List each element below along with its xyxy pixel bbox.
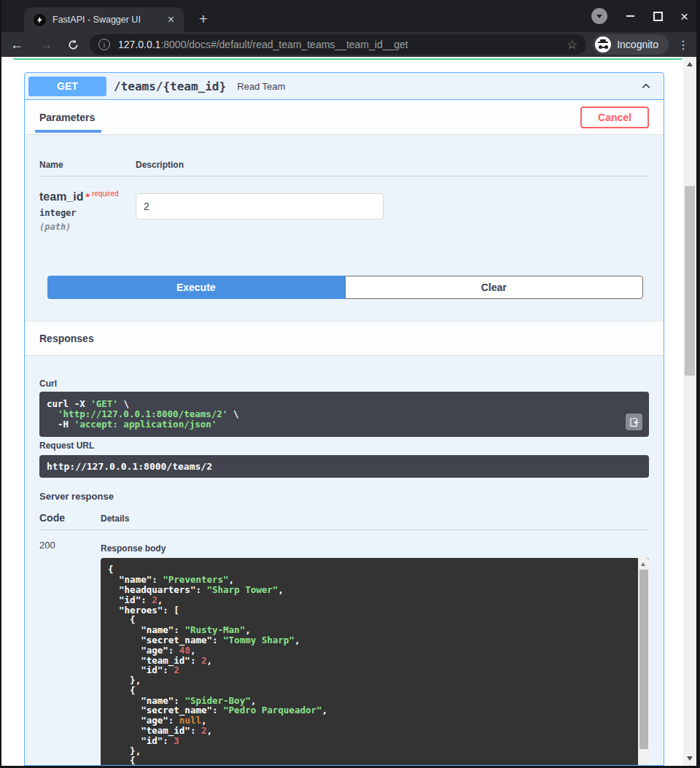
window-close-button[interactable]: × — [680, 9, 688, 23]
browser-menu-button[interactable]: ⋮ — [677, 38, 689, 52]
collapse-chevron-icon[interactable] — [640, 80, 652, 92]
incognito-icon — [595, 36, 611, 53]
name-column-header: Name — [39, 160, 136, 170]
execute-wrapper: Execute Clear — [47, 276, 643, 299]
window-right-edge — [696, 0, 700, 768]
minimize-button[interactable] — [626, 15, 634, 17]
window-left-edge — [0, 0, 1, 768]
incognito-badge: Incognito — [593, 34, 669, 55]
code-column-header: Code — [39, 512, 101, 524]
tab-close-icon[interactable]: × — [164, 13, 178, 26]
details-column-header: Details — [101, 513, 129, 524]
parameters-table: Name Description team_id*required intege… — [25, 135, 664, 232]
response-scrollbar-thumb[interactable] — [639, 570, 648, 749]
responses-section: Curl curl -X 'GET' \ 'http://127.0.0.1:8… — [25, 356, 664, 766]
description-column-header: Description — [136, 160, 184, 170]
endpoint-path: /teams/{team_id} — [114, 79, 226, 93]
scroll-up-icon[interactable] — [687, 62, 693, 66]
curl-code-block: curl -X 'GET' \ 'http://127.0.0.1:8000/t… — [39, 392, 649, 437]
required-label: required — [92, 190, 119, 198]
endpoint-summary: Read Team — [237, 81, 285, 92]
page-scrollbar[interactable] — [683, 57, 696, 766]
site-info-icon[interactable]: i — [98, 39, 110, 50]
active-tab-underline — [35, 130, 101, 133]
response-table-header: Code Details — [39, 512, 649, 530]
url-text: 127.0.0.1:8000/docs#/default/read_team_t… — [118, 39, 561, 50]
status-code: 200 — [39, 538, 101, 766]
param-type: integer — [39, 208, 136, 218]
back-button[interactable]: ← — [10, 37, 23, 53]
opblock-summary[interactable]: GET /teams/{team_id} Read Team — [25, 73, 664, 100]
reload-button[interactable] — [67, 39, 79, 51]
table-row: team_id*required integer (path) — [39, 177, 649, 232]
new-tab-button[interactable]: + — [192, 8, 214, 30]
opblock-get-read-team: GET /teams/{team_id} Read Team Parameter… — [24, 72, 664, 766]
scroll-down-icon[interactable] — [687, 756, 693, 761]
tab-title: FastAPI - Swagger UI — [52, 15, 164, 25]
param-name-cell: team_id*required integer (path) — [39, 190, 136, 232]
minimize-icon — [626, 15, 634, 17]
maximize-icon — [653, 12, 663, 21]
tab-parameters[interactable]: Parameters — [39, 100, 95, 134]
window-controls: × — [591, 0, 688, 32]
responses-header: Responses — [25, 321, 664, 356]
url-host: 127.0.0.1 — [118, 39, 160, 50]
chevron-down-icon — [596, 15, 602, 18]
profile-chevron-button[interactable] — [591, 8, 607, 24]
param-location: (path) — [39, 222, 136, 232]
scroll-up-icon[interactable] — [641, 562, 645, 566]
bookmark-star-icon[interactable]: ☆ — [567, 37, 578, 53]
response-scrollbar[interactable] — [638, 558, 649, 766]
copy-to-clipboard-button[interactable] — [626, 414, 642, 430]
response-row: 200 Response body { "name": "Preventers"… — [39, 538, 649, 766]
curl-code: curl -X 'GET' \ 'http://127.0.0.1:8000/t… — [47, 399, 642, 430]
responses-title: Responses — [39, 333, 94, 344]
address-bar[interactable]: i 127.0.0.1:8000/docs#/default/read_team… — [90, 34, 586, 55]
titlebar: FastAPI - Swagger UI × + × — [0, 0, 700, 32]
request-url-value: http://127.0.0.1:8000/teams/2 — [47, 461, 212, 472]
browser-window: FastAPI - Swagger UI × + × ← → i 127.0.0… — [0, 0, 700, 768]
response-body-label: Response body — [101, 543, 649, 554]
request-url-block: http://127.0.0.1:8000/teams/2 — [39, 455, 649, 478]
fastapi-favicon-icon — [34, 14, 46, 26]
method-badge: GET — [28, 77, 106, 96]
clear-button[interactable]: Clear — [345, 276, 644, 299]
team-id-input[interactable] — [136, 193, 384, 220]
request-url-label: Request URL — [39, 441, 649, 451]
response-body-json: { "name": "Preventers", "headquarters": … — [108, 565, 630, 766]
response-body-block: { "name": "Preventers", "headquarters": … — [101, 558, 649, 766]
server-response-label: Server response — [39, 491, 649, 502]
swagger-page: GET /teams/{team_id} Read Team Parameter… — [1, 57, 683, 766]
maximize-button[interactable] — [653, 12, 663, 21]
url-path: :8000/docs#/default/read_team_teams__tea… — [160, 39, 408, 50]
execute-button[interactable]: Execute — [47, 276, 345, 299]
forward-button[interactable]: → — [39, 37, 52, 53]
navigation-toolbar: ← → i 127.0.0.1:8000/docs#/default/read_… — [0, 32, 696, 57]
browser-tab[interactable]: FastAPI - Swagger UI × — [24, 7, 184, 32]
parameters-tab-label: Parameters — [39, 112, 95, 123]
page-scrollbar-thumb[interactable] — [685, 186, 695, 376]
parameters-header: Parameters Cancel — [25, 100, 664, 135]
previous-opblock-bottom-border — [13, 58, 682, 60]
param-name: team_id*required — [39, 190, 136, 203]
incognito-label: Incognito — [617, 39, 658, 50]
parameters-table-header: Name Description — [39, 160, 649, 177]
required-asterisk: * — [85, 191, 89, 203]
response-details-cell: Response body { "name": "Preventers", "h… — [101, 538, 649, 766]
curl-label: Curl — [39, 379, 649, 389]
cancel-button[interactable]: Cancel — [580, 106, 649, 128]
param-description-cell — [136, 190, 384, 232]
